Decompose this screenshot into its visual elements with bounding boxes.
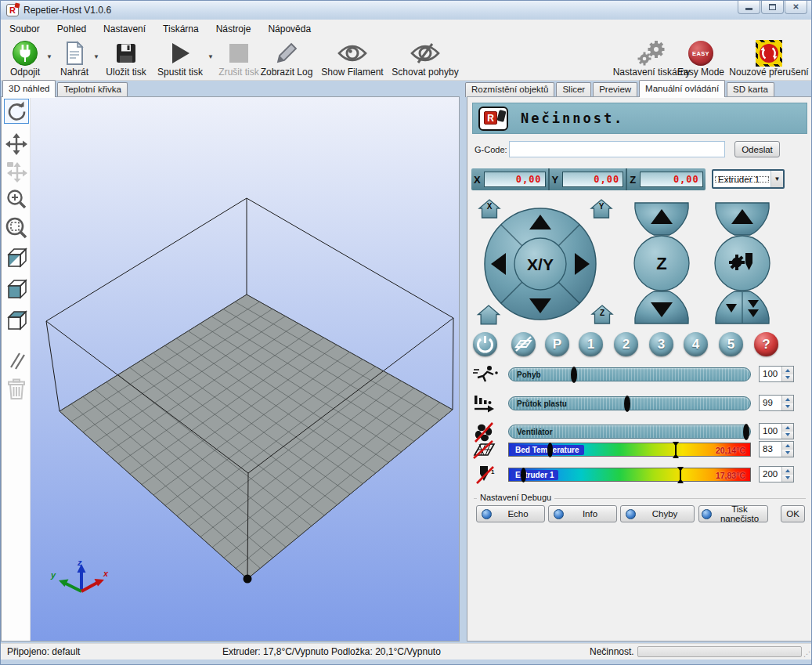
flow-slider-thumb[interactable]: [624, 396, 630, 412]
tab-manual-control[interactable]: Manuální ovládání: [639, 80, 725, 97]
rotate-view-button[interactable]: [4, 99, 29, 124]
debug-errors-button[interactable]: Chyby: [620, 505, 695, 522]
easy-mode-button[interactable]: EASY Easy Mode: [677, 40, 724, 79]
xy-jog-pad[interactable]: X/Y: [482, 205, 599, 323]
flow-slider[interactable]: Průtok plastu: [508, 396, 751, 410]
printer-state-status: Nečinnost.: [590, 646, 634, 657]
front-view-button[interactable]: [4, 276, 29, 302]
zoom-fit-button[interactable]: [4, 215, 29, 240]
zoom-in-button[interactable]: [4, 186, 29, 211]
disconnect-dropdown-arrow[interactable]: ▼: [46, 53, 52, 60]
heated-bed-off-button[interactable]: [511, 332, 536, 356]
bed-temperature-bar[interactable]: Bed Temperature 20,14°C: [508, 443, 751, 457]
park-button[interactable]: P: [545, 332, 569, 356]
menu-pohled[interactable]: Pohled: [49, 21, 95, 37]
parallel-projection-button[interactable]: [4, 348, 29, 373]
bed-target-marker[interactable]: [672, 442, 680, 458]
fan-up-button[interactable]: [782, 424, 793, 432]
bed-temperature-spinner[interactable]: 83: [759, 441, 794, 457]
flow-down-button[interactable]: [782, 403, 793, 411]
extruder-jog-control[interactable]: [711, 201, 774, 325]
close-button[interactable]: ✕: [785, 1, 807, 14]
menu-bar: Soubor Pohled Nastavení Tiskárna Nástroj…: [1, 20, 812, 38]
send-gcode-button[interactable]: Odeslat: [734, 141, 780, 157]
gears-icon: [635, 40, 668, 67]
tab-3d-preview[interactable]: 3D náhled: [2, 80, 56, 97]
fan-down-button[interactable]: [782, 432, 793, 439]
disconnect-button[interactable]: Odpojit: [5, 40, 45, 79]
speed-down-button[interactable]: [782, 374, 793, 382]
extruder-temperature-bar[interactable]: Extruder 1 17,83°C: [508, 468, 751, 482]
fan-slider[interactable]: Ventilátor: [508, 425, 751, 439]
speed-slider-thumb[interactable]: [571, 367, 577, 383]
tab-temp-curve[interactable]: Teplotní křivka: [57, 82, 128, 97]
svg-text:Y: Y: [599, 202, 604, 211]
delete-object-button: [4, 377, 29, 402]
load-button[interactable]: Nahrát: [57, 40, 92, 79]
iso-view-button[interactable]: [4, 245, 29, 270]
top-view-button[interactable]: [4, 308, 29, 333]
gcode-label: G-Code:: [475, 145, 507, 154]
show-log-button[interactable]: Zobrazit Log: [258, 40, 316, 79]
preset-2-button[interactable]: 2: [614, 332, 638, 356]
debug-ok-button[interactable]: OK: [781, 505, 805, 522]
right-tab-strip: Rozmístění objektů Slicer Preview Manuál…: [465, 81, 776, 97]
speed-up-button[interactable]: [782, 367, 793, 374]
menu-tiskarna[interactable]: Tiskárna: [154, 21, 208, 37]
preset-1-button[interactable]: 1: [579, 332, 603, 356]
flow-up-button[interactable]: [782, 396, 793, 403]
maximize-button[interactable]: [761, 1, 784, 14]
eye-icon: [337, 40, 368, 67]
extruder-temperature-spinner[interactable]: 200: [759, 466, 794, 482]
tab-preview[interactable]: Preview: [593, 82, 637, 97]
extruder-temp-up-button[interactable]: [782, 467, 793, 475]
help-button[interactable]: ?: [754, 332, 778, 356]
debug-echo-button[interactable]: Echo: [476, 505, 545, 522]
resize-grip[interactable]: ⋰: [803, 650, 811, 658]
speed-spinner[interactable]: 100: [759, 366, 794, 382]
minimize-button[interactable]: [738, 1, 760, 14]
menu-napoveda[interactable]: Nápověda: [259, 21, 319, 37]
bed-temp-up-button[interactable]: [782, 442, 793, 450]
tab-slicer[interactable]: Slicer: [556, 82, 591, 97]
menu-nastroje[interactable]: Nástroje: [208, 21, 260, 37]
preset-4-button[interactable]: 4: [684, 332, 708, 356]
3d-viewport[interactable]: y z x: [31, 97, 459, 641]
flow-spinner[interactable]: 99: [759, 395, 794, 411]
start-print-button[interactable]: Spustit tisk: [154, 40, 206, 79]
title-bar[interactable]: R Repetier-Host V1.0.6 ✕: [1, 1, 812, 20]
move-view-button[interactable]: [4, 132, 29, 157]
show-filament-button[interactable]: Show Filament: [319, 40, 386, 79]
progress-bar: [637, 646, 802, 657]
3d-view-pane: y z x: [1, 96, 460, 642]
speed-slider[interactable]: Pohyb: [508, 367, 751, 381]
fan-slider-thumb[interactable]: [743, 424, 749, 440]
start-print-dropdown-arrow[interactable]: ▼: [208, 53, 214, 60]
save-print-button[interactable]: Uložit tisk: [103, 40, 150, 79]
preset-3-button[interactable]: 3: [649, 332, 673, 356]
tab-object-placement[interactable]: Rozmístění objektů: [465, 82, 554, 97]
load-dropdown-arrow[interactable]: ▼: [93, 53, 99, 60]
extruder-target-marker[interactable]: [677, 467, 684, 483]
printer-settings-button[interactable]: Nastavení tiskárny: [616, 40, 687, 79]
gcode-input[interactable]: [509, 141, 725, 157]
origin-marker: [244, 575, 252, 584]
bed-current-temperature: 20,14°C: [716, 446, 745, 455]
extruder-select[interactable]: Extruder 1 ▼: [712, 169, 785, 189]
preset-5-button[interactable]: 5: [719, 332, 743, 356]
hide-travel-button[interactable]: Schovat pohyby: [389, 40, 461, 79]
extruder-temp-down-button[interactable]: [782, 475, 793, 482]
tab-sd-card[interactable]: SD karta: [727, 82, 774, 97]
menu-soubor[interactable]: Soubor: [1, 21, 49, 37]
pencil-icon: [274, 40, 299, 67]
menu-nastaveni[interactable]: Nastavení: [95, 21, 154, 37]
debug-info-button[interactable]: Info: [548, 505, 617, 522]
fan-spinner[interactable]: 100: [759, 423, 794, 439]
bed-temp-down-button[interactable]: [782, 450, 793, 457]
temperature-status: Extruder: 17,8°C/Vypnuto Podložka: 20,1°…: [222, 646, 441, 657]
window-title: Repetier-Host V1.0.6: [23, 5, 111, 16]
debug-dry-run-button[interactable]: Tisk nanečisto: [698, 505, 768, 522]
emergency-stop-button[interactable]: Nouzové přerušení: [729, 40, 809, 79]
z-jog-control[interactable]: Z: [630, 201, 693, 325]
power-button[interactable]: [473, 332, 497, 356]
